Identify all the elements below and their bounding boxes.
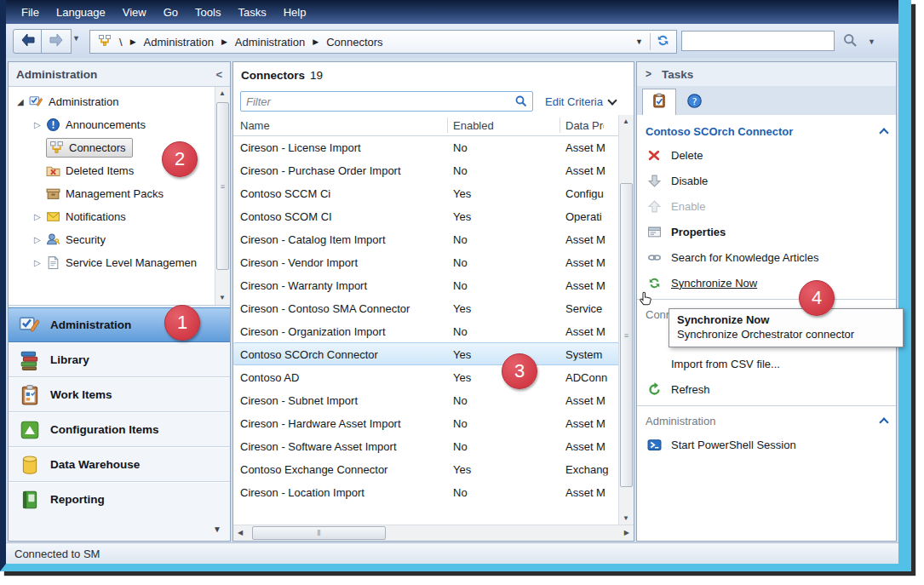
table-row[interactable]: Cireson - Organization ImportNoAsset M	[233, 319, 619, 342]
task-import-csv[interactable]: Import from CSV file...	[646, 351, 887, 376]
tree-item-management-packs[interactable]: Management Packs	[9, 182, 230, 205]
table-row[interactable]: Cireson - Warranty ImportNoAsset M	[233, 273, 619, 296]
expander-icon[interactable]: ▷	[34, 212, 46, 221]
section-divider	[637, 299, 896, 300]
tree-scrollbar[interactable]: ▲ ≡ ▼	[215, 87, 230, 305]
scrollbar-thumb[interactable]: ≡	[216, 102, 229, 270]
filter-search-icon[interactable]	[514, 95, 528, 112]
task-properties[interactable]: Properties	[646, 219, 887, 244]
menu-language[interactable]: Language	[48, 3, 114, 22]
cell-name: Cireson - Warranty Import	[240, 278, 367, 291]
task-disable[interactable]: Disable	[646, 168, 887, 193]
filter-input[interactable]	[241, 92, 532, 111]
navigation-pane: Administration < ◢ Administration ▷ Anno…	[8, 61, 231, 542]
tab-help[interactable]: ?	[686, 93, 703, 112]
expander-icon[interactable]: ◢	[17, 97, 29, 106]
breadcrumb: \ ▶ Administration ▶ Administration ▶ Co…	[89, 30, 677, 54]
tree-item-announcements[interactable]: ▷ Announcements	[9, 113, 230, 136]
table-row[interactable]: Cireson - Contoso SMA ConnectorYesServic…	[233, 296, 619, 319]
nav-label: Administration	[50, 318, 131, 331]
tree-item-notifications[interactable]: ▷ Notifications	[9, 205, 230, 228]
tree-item-security[interactable]: ▷ Security	[9, 228, 230, 251]
task-delete[interactable]: Delete	[646, 142, 887, 168]
column-divider[interactable]	[560, 118, 560, 133]
expander-icon[interactable]: ▷	[34, 258, 46, 267]
breadcrumb-connectors[interactable]: Connectors	[326, 36, 382, 49]
task-synchronize-now[interactable]: Synchronize Now	[646, 270, 887, 295]
search-input[interactable]	[681, 31, 835, 51]
tab-tasks[interactable]	[642, 89, 676, 116]
table-row[interactable]: Contoso Exchange ConnectorYesExchang	[233, 457, 619, 480]
task-section-administration[interactable]: Administration	[646, 410, 887, 432]
table-row[interactable]: Cireson - Software Asset ImportNoAsset M	[233, 434, 619, 457]
breadcrumb-root[interactable]: \	[119, 36, 123, 49]
chevron-up-icon[interactable]	[879, 417, 888, 427]
task-search-knowledge-articles[interactable]: Search for Knowledge Articles	[646, 244, 887, 270]
menu-go[interactable]: Go	[155, 3, 187, 22]
scroll-right-icon[interactable]: ▶	[624, 530, 629, 536]
edit-criteria-link[interactable]: Edit Criteria	[545, 95, 616, 108]
column-header-enabled[interactable]: Enabled	[453, 115, 494, 135]
breadcrumb-administration-2[interactable]: Administration	[235, 36, 305, 49]
scrollbar-thumb[interactable]: ⦀	[252, 526, 386, 540]
menu-tasks[interactable]: Tasks	[229, 3, 274, 22]
task-start-powershell[interactable]: Start PowerShell Session	[646, 432, 887, 457]
expander-icon[interactable]: ▷	[34, 120, 46, 129]
menu-bar: File Language View Go Tools Tasks Help	[6, 0, 898, 24]
nav-configuration-items[interactable]: Configuration Items	[9, 412, 230, 447]
table-row[interactable]: Cireson - License ImportNoAsset M	[233, 135, 619, 158]
table-row[interactable]: Contoso SCCM CiYesConfigu	[233, 181, 619, 204]
refresh-view-icon[interactable]	[656, 33, 670, 50]
breadcrumb-dropdown-icon[interactable]: ▼	[635, 37, 643, 46]
breadcrumb-administration[interactable]: Administration	[144, 36, 214, 49]
list-vertical-scrollbar[interactable]: ▲ ≡ ▼	[618, 115, 634, 525]
column-header-data-provider[interactable]: Data Pro	[565, 115, 604, 135]
task-refresh[interactable]: Refresh	[646, 376, 887, 402]
table-row[interactable]: Cireson - Vendor ImportNoAsset M	[233, 250, 619, 273]
chevron-up-icon[interactable]	[879, 128, 888, 137]
nav-work-items[interactable]: Work Items	[9, 377, 230, 412]
menu-help[interactable]: Help	[275, 3, 315, 22]
column-header-name[interactable]: Name	[240, 115, 270, 135]
list-title: Connectors 19	[233, 62, 634, 88]
list-horizontal-scrollbar[interactable]: ◀ ⦀ ▶	[233, 525, 634, 541]
expander-icon[interactable]: ▷	[34, 235, 46, 244]
scrollbar-thumb[interactable]: ≡	[620, 183, 633, 487]
tree-item-label: Announcements	[66, 118, 146, 131]
table-row-selected[interactable]: Contoso SCOrch ConnectorYesSystem	[233, 342, 619, 365]
tree-item-administration[interactable]: ◢ Administration	[9, 90, 230, 113]
search-icon[interactable]	[842, 32, 858, 52]
expand-pane-icon[interactable]: >	[646, 68, 651, 80]
forward-arrow-icon	[48, 32, 65, 51]
scroll-up-icon[interactable]: ▲	[219, 90, 226, 97]
column-divider[interactable]	[447, 118, 448, 133]
cell-name: Cireson - Software Asset Import	[240, 439, 397, 452]
scroll-down-icon[interactable]: ▼	[219, 295, 226, 301]
menu-tools[interactable]: Tools	[187, 3, 229, 22]
cell-name: Cireson - Organization Import	[240, 324, 386, 337]
table-row[interactable]: Cireson - Location ImportNoAsset M	[233, 480, 619, 503]
table-row[interactable]: Contoso ADYesADConn	[233, 365, 619, 388]
table-row[interactable]: Contoso SCOM CIYesOperati	[233, 204, 619, 227]
forward-button[interactable]	[41, 29, 72, 54]
task-section-connector[interactable]: Contoso SCOrch Connector	[646, 120, 887, 142]
task-label: Start PowerShell Session	[671, 439, 796, 451]
scroll-down-icon[interactable]: ▼	[623, 515, 629, 522]
history-dropdown-icon[interactable]: ▼	[72, 34, 80, 43]
scroll-up-icon[interactable]: ▲	[623, 118, 629, 125]
table-row[interactable]: Cireson - Subnet ImportNoAsset M	[233, 388, 619, 411]
table-row[interactable]: Cireson - Purchase Order ImportNoAsset M	[233, 158, 619, 181]
collapse-pane-icon[interactable]: <	[215, 68, 222, 81]
menu-file[interactable]: File	[13, 3, 48, 22]
configure-buttons-icon[interactable]: ▼	[213, 525, 221, 534]
back-button[interactable]	[13, 29, 43, 54]
edit-criteria-label: Edit Criteria	[545, 95, 603, 108]
scroll-left-icon[interactable]: ◀	[238, 530, 243, 536]
tree-item-service-level-management[interactable]: ▷ Service Level Managemen	[9, 251, 230, 274]
table-row[interactable]: Cireson - Catalog Item ImportNoAsset M	[233, 227, 619, 250]
menu-view[interactable]: View	[114, 3, 155, 22]
search-dropdown-icon[interactable]: ▼	[868, 37, 875, 46]
nav-library[interactable]: Library	[9, 342, 230, 377]
nav-data-warehouse[interactable]: Data Warehouse	[9, 447, 230, 482]
table-row[interactable]: Cireson - Hardware Asset ImportNoAsset M	[233, 411, 619, 434]
